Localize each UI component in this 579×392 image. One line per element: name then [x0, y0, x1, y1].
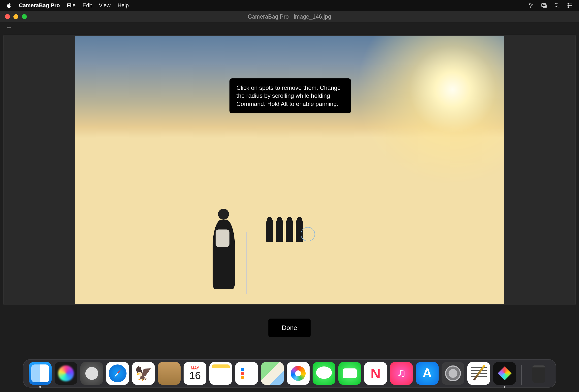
dock-trash-icon[interactable] [527, 362, 550, 385]
window-minimize-button[interactable] [13, 14, 18, 19]
menubar-app-name[interactable]: CameraBag Pro [19, 2, 60, 9]
tab-bar: ＋ [0, 22, 579, 32]
dock-facetime-icon[interactable] [338, 362, 361, 385]
dock-separator [521, 365, 522, 385]
dock-messages-icon[interactable] [313, 362, 335, 385]
photo-subject-hiker-small [276, 217, 283, 242]
done-button[interactable]: Done [268, 318, 311, 337]
dock-notes-icon[interactable] [209, 362, 232, 385]
svg-rect-0 [542, 3, 546, 6]
control-center-icon[interactable] [567, 2, 573, 9]
image-canvas[interactable] [75, 36, 504, 304]
dock-music-icon[interactable] [390, 362, 413, 385]
dock-camerabag-icon[interactable] [493, 362, 516, 385]
tooltip-text: Click on spots to remove them. Change th… [236, 84, 341, 107]
menubar-view[interactable]: View [99, 2, 110, 9]
dock-launchpad-icon[interactable] [80, 362, 103, 385]
action-bar: Done [0, 318, 579, 337]
svg-point-8 [568, 5, 569, 6]
dock-mail-icon[interactable]: 🦅 [132, 362, 155, 385]
dock-maps-icon[interactable] [261, 362, 284, 385]
photo-subject-pole [246, 232, 247, 294]
dock-finder-icon[interactable] [29, 362, 52, 385]
heal-tool-tooltip: Click on spots to remove them. Change th… [229, 78, 351, 113]
calendar-day-label: 16 [189, 370, 201, 381]
dock-system-preferences-icon[interactable] [441, 362, 464, 385]
dock-contacts-icon[interactable] [158, 362, 181, 385]
dock-safari-icon[interactable] [106, 362, 129, 385]
edited-photo [75, 36, 504, 304]
window-titlebar: CameraBag Pro - image_146.jpg [0, 11, 579, 22]
add-tab-button[interactable]: ＋ [5, 24, 12, 31]
menubar-edit[interactable]: Edit [83, 2, 92, 9]
dock-textedit-icon[interactable] [467, 362, 490, 385]
svg-point-9 [568, 6, 569, 7]
menubar-help[interactable]: Help [118, 2, 129, 9]
dock-appstore-icon[interactable] [416, 362, 438, 385]
apple-logo-icon[interactable] [6, 2, 12, 8]
screen-mirroring-icon[interactable] [541, 2, 547, 9]
dock-photos-icon[interactable] [287, 362, 310, 385]
svg-point-7 [568, 3, 569, 4]
svg-line-3 [558, 6, 559, 8]
dock-news-icon[interactable] [364, 362, 387, 385]
menubar-file[interactable]: File [67, 2, 75, 9]
dock: 🦅 MAY 16 [23, 359, 556, 388]
window-zoom-button[interactable] [22, 14, 27, 19]
window-close-button[interactable] [5, 14, 10, 19]
svg-rect-1 [543, 5, 547, 8]
spotlight-search-icon[interactable] [554, 2, 560, 9]
window-title: CameraBag Pro - image_146.jpg [0, 13, 579, 20]
cursor-status-icon[interactable] [528, 2, 534, 9]
system-menubar: CameraBag Pro File Edit View Help [0, 0, 579, 11]
dock-reminders-icon[interactable] [235, 362, 258, 385]
traffic-lights [5, 14, 27, 19]
svg-point-2 [555, 3, 558, 6]
dock-siri-icon[interactable] [55, 362, 77, 385]
photo-subject-hiker-small [286, 217, 293, 242]
photo-subject-hiker-small [266, 217, 273, 242]
dock-calendar-icon[interactable]: MAY 16 [184, 362, 206, 385]
image-canvas-frame: Click on spots to remove them. Change th… [3, 35, 576, 305]
photo-subject-hiker [213, 220, 235, 289]
heal-brush-cursor-icon [301, 227, 315, 241]
